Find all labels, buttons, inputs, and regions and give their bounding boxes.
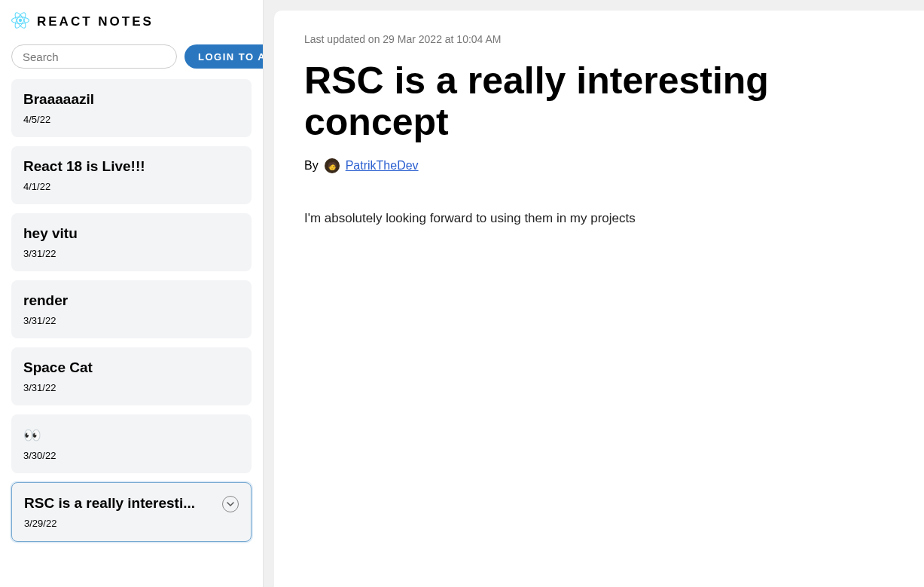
avatar: 🧑 [325, 158, 340, 173]
controls: LOGIN TO ADD [11, 44, 252, 69]
chevron-down-icon[interactable] [222, 496, 239, 512]
note-date: 3/31/22 [23, 315, 239, 326]
author-link[interactable]: PatrikTheDev [346, 159, 419, 173]
note-date: 4/1/22 [23, 181, 239, 192]
note-title-row: React 18 is Live!!! [23, 158, 239, 181]
note-title-row: 👀 [23, 426, 239, 450]
note-title: render [23, 292, 68, 309]
byline: By 🧑 PatrikTheDev [304, 158, 894, 173]
note-title: Braaaaazil [23, 91, 94, 108]
note-item[interactable]: 👀3/30/22 [11, 414, 252, 473]
note-list: Braaaaazil4/5/22React 18 is Live!!!4/1/2… [11, 79, 252, 542]
note-title: RSC is a really interesti... [24, 495, 195, 512]
note-item[interactable]: React 18 is Live!!!4/1/22 [11, 146, 252, 204]
main: Last updated on 29 Mar 2022 at 10:04 AM … [264, 0, 924, 587]
brand: REACT NOTES [11, 11, 252, 32]
react-logo-icon [11, 11, 29, 32]
note-item[interactable]: RSC is a really interesti...3/29/22 [11, 482, 252, 542]
note-title: Space Cat [23, 359, 93, 376]
brand-title: REACT NOTES [37, 14, 154, 29]
note-item[interactable]: render3/31/22 [11, 280, 252, 338]
note-date: 3/29/22 [24, 518, 239, 529]
note-date: 3/31/22 [23, 248, 239, 259]
note-heading: RSC is a really interesting concept [304, 60, 894, 143]
svg-point-0 [19, 19, 22, 22]
note-item[interactable]: hey vitu3/31/22 [11, 213, 252, 271]
note-title-row: Braaaaazil [23, 91, 239, 114]
note-date: 3/30/22 [23, 450, 239, 461]
note-title-row: hey vitu [23, 225, 239, 248]
note-title: hey vitu [23, 225, 78, 242]
sidebar: REACT NOTES LOGIN TO ADD Braaaaazil4/5/2… [0, 0, 264, 587]
note-body: I'm absolutely looking forward to using … [304, 211, 894, 226]
note-date: 4/5/22 [23, 114, 239, 125]
note-title: React 18 is Live!!! [23, 158, 145, 175]
search-input[interactable] [11, 44, 177, 69]
by-label: By [304, 159, 319, 173]
detail-panel: Last updated on 29 Mar 2022 at 10:04 AM … [274, 11, 924, 587]
note-title: 👀 [23, 426, 41, 444]
login-button[interactable]: LOGIN TO ADD [184, 44, 264, 69]
last-updated: Last updated on 29 Mar 2022 at 10:04 AM [304, 33, 894, 45]
note-title-row: Space Cat [23, 359, 239, 382]
note-item[interactable]: Braaaaazil4/5/22 [11, 79, 252, 137]
note-title-row: RSC is a really interesti... [24, 495, 239, 518]
note-title-row: render [23, 292, 239, 315]
note-item[interactable]: Space Cat3/31/22 [11, 347, 252, 405]
note-date: 3/31/22 [23, 382, 239, 393]
